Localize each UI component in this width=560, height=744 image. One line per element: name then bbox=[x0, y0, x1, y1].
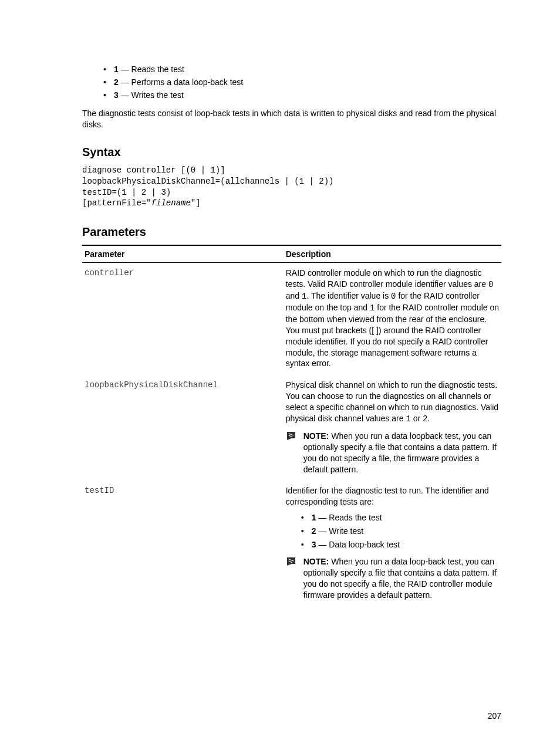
list-num: 2 bbox=[114, 77, 119, 87]
list-text: — Data loop-back test bbox=[316, 540, 400, 549]
document-page: 1 — Reads the test 2 — Performs a data l… bbox=[0, 0, 560, 744]
list-item: 3 — Writes the test bbox=[103, 90, 501, 100]
page-number: 207 bbox=[488, 711, 501, 721]
table-row: loopbackPhysicalDiskChannel Physical dis… bbox=[82, 375, 501, 481]
desc-text: Physical disk channel on which to run th… bbox=[286, 380, 498, 423]
list-item: 1 — Reads the test bbox=[301, 512, 499, 523]
note-label: NOTE: bbox=[303, 431, 329, 441]
syntax-heading: Syntax bbox=[82, 146, 501, 159]
note-icon bbox=[286, 431, 299, 475]
list-num: 1 bbox=[114, 65, 119, 74]
code-line: loopbackPhysicalDiskChannel=(allchannels… bbox=[82, 177, 333, 186]
list-item: 2 — Write test bbox=[301, 526, 499, 537]
note-text: NOTE: When you run a data loop-back test… bbox=[303, 556, 499, 601]
list-num: 2 bbox=[312, 526, 316, 536]
note-block: NOTE: When you run a data loop-back test… bbox=[286, 556, 499, 601]
list-item: 3 — Data loop-back test bbox=[301, 539, 499, 550]
list-text: — Write test bbox=[316, 526, 364, 536]
top-bullet-list: 1 — Reads the test 2 — Performs a data l… bbox=[103, 65, 501, 100]
table-row: testID Identifier for the diagnostic tes… bbox=[82, 481, 501, 606]
desc-text: RAID controller module on which to run t… bbox=[286, 268, 488, 289]
desc-paragraph: Physical disk channel on which to run th… bbox=[286, 380, 499, 425]
param-name: testID bbox=[82, 481, 284, 606]
note-text: NOTE: When you run a data loopback test,… bbox=[303, 431, 499, 475]
param-name: loopbackPhysicalDiskChannel bbox=[82, 375, 284, 481]
desc-paragraph: Identifier for the diagnostic test to ru… bbox=[286, 485, 499, 508]
list-item: 1 — Reads the test bbox=[103, 65, 501, 74]
col-header-description: Description bbox=[284, 245, 501, 263]
parameters-table: Parameter Description controller RAID co… bbox=[82, 245, 501, 606]
code-line-part: [patternFile=" bbox=[82, 198, 151, 208]
list-text: — Writes the test bbox=[119, 90, 184, 100]
list-text: — Reads the test bbox=[119, 65, 184, 74]
note-block: NOTE: When you run a data loopback test,… bbox=[286, 431, 499, 475]
param-name: controller bbox=[82, 263, 284, 376]
code-italic: filename bbox=[151, 198, 191, 208]
note-body: When you run a data loopback test, you c… bbox=[303, 431, 497, 474]
note-label: NOTE: bbox=[303, 557, 329, 566]
desc-text: or bbox=[411, 414, 423, 423]
parameters-heading: Parameters bbox=[82, 225, 501, 239]
code-line: diagnose controller [(0 | 1)] bbox=[82, 165, 225, 175]
desc-text: and bbox=[286, 291, 302, 300]
inline-code: 0 bbox=[391, 292, 396, 301]
table-row: controller RAID controller module on whi… bbox=[82, 263, 501, 376]
test-id-list: 1 — Reads the test 2 — Write test 3 — Da… bbox=[301, 512, 499, 550]
param-description: Identifier for the diagnostic test to ru… bbox=[284, 481, 501, 606]
syntax-block: diagnose controller [(0 | 1)] loopbackPh… bbox=[82, 165, 501, 209]
list-num: 3 bbox=[114, 90, 119, 100]
list-num: 1 bbox=[312, 513, 316, 522]
code-line: testID=(1 | 2 | 3) bbox=[82, 188, 171, 197]
list-item: 2 — Performs a data loop-back test bbox=[103, 77, 501, 87]
col-header-parameter: Parameter bbox=[82, 245, 284, 263]
note-body: When you run a data loop-back test, you … bbox=[303, 557, 497, 600]
list-text: — Reads the test bbox=[316, 513, 382, 522]
inline-code: 1 bbox=[406, 414, 410, 424]
inline-code: 0 bbox=[488, 280, 493, 289]
list-text: — Performs a data loop-back test bbox=[119, 77, 243, 87]
intro-paragraph: The diagnostic tests consist of loop-bac… bbox=[82, 108, 501, 130]
desc-text: . bbox=[427, 414, 430, 423]
param-description: RAID controller module on which to run t… bbox=[284, 263, 501, 376]
desc-text: for the RAID controller module on the bo… bbox=[286, 303, 499, 368]
code-line-part: "] bbox=[191, 198, 201, 208]
param-description: Physical disk channel on which to run th… bbox=[284, 375, 501, 481]
note-icon bbox=[286, 556, 299, 601]
list-num: 3 bbox=[312, 540, 316, 549]
desc-text: . The identifier value is bbox=[306, 291, 391, 300]
